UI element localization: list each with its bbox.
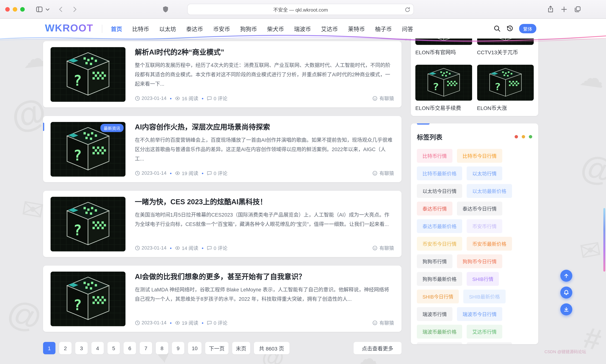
privacy-shield-icon[interactable] [162, 6, 169, 13]
notifications-button[interactable] [560, 286, 572, 299]
nav-item-7[interactable]: 瑞波币 [294, 25, 311, 33]
tag-pill-10[interactable]: 币安币今日行情 [417, 237, 462, 251]
tag-pill-6[interactable]: 泰达币行情 [417, 202, 453, 216]
article-thumbnail[interactable]: ? 最新资讯 [51, 122, 125, 177]
tag-pill-18[interactable]: 瑞波币行情 [417, 307, 453, 321]
page-button-10[interactable]: 10 [188, 342, 201, 354]
search-icon[interactable] [494, 25, 501, 32]
sidebar-article[interactable]: ? ELON币大涨 [477, 65, 534, 112]
article-card[interactable]: ? 一睹为快，CES 2023上的炫酷AI黑科技！ 在美国当地时间1月5日拉开帷… [43, 191, 401, 257]
page-button-2[interactable]: 2 [59, 342, 71, 354]
tag-pill-21[interactable]: 艾达币行情 [467, 325, 502, 338]
article-author[interactable]: 有聊猿 [372, 319, 394, 326]
sidebar-article-thumbnail[interactable]: ? [477, 65, 534, 101]
article-thumbnail[interactable]: ? [51, 272, 125, 326]
scrollbar-thumb[interactable] [603, 208, 605, 272]
tag-pill-17[interactable]: SHIB最新价格 [464, 289, 506, 303]
theme-toggle-icon[interactable] [506, 25, 513, 32]
language-toggle-button[interactable]: 繁体 [519, 24, 536, 33]
tag-pill-0[interactable]: 比特币行情 [417, 149, 453, 163]
share-icon[interactable] [547, 6, 554, 13]
nav-item-4[interactable]: 币安币 [213, 25, 230, 33]
page-button-3[interactable]: 3 [75, 342, 88, 354]
article-title[interactable]: AI会做的比我们想象的更多，甚至开始有了自我意识？ [135, 272, 394, 282]
back-button[interactable] [57, 6, 65, 13]
page-button-9[interactable]: 9 [172, 342, 184, 354]
new-tab-icon[interactable] [560, 6, 568, 13]
tag-pill-22[interactable]: 艾达币今日行情 [417, 342, 462, 344]
tag-pill-14[interactable]: 狗狗币最新价格 [417, 272, 462, 286]
tag-pill-2[interactable]: 比特币最新价格 [417, 167, 462, 180]
nav-item-1[interactable]: 比特币 [132, 25, 149, 33]
tag-pill-7[interactable]: 泰达币今日行情 [457, 202, 502, 216]
address-bar[interactable]: 不安全 — qkl.wkroot.com [187, 4, 414, 15]
sidebar-article[interactable]: ? ELON币交易手续费 [415, 65, 472, 112]
article-card[interactable]: ? AI会做的比我们想象的更多，甚至开始有了自我意识？ 在测试 LaMDA 神经… [43, 266, 401, 332]
comment-count[interactable]: 0 评论 [207, 169, 228, 177]
publish-date: 2023-01-14 [135, 245, 166, 251]
tag-pill-13[interactable]: 狗狗币今日行情 [457, 254, 502, 268]
back-to-top-button[interactable] [560, 270, 572, 282]
article-card[interactable]: ? 解析AI时代的2种“商业模式” 整个互联网的发展历程中，经历了4次大的变迁：… [43, 41, 401, 107]
comment-count[interactable]: 0 评论 [207, 319, 228, 326]
tag-pill-16[interactable]: SHIB今日行情 [417, 289, 459, 303]
article-card[interactable]: ? 最新资讯 AI内容创作火热，深层次应用场景尚待探索 在不久前举行的百度营销峰… [43, 116, 401, 182]
nav-item-9[interactable]: 莱特币 [348, 25, 365, 33]
article-thumbnail[interactable]: ? [51, 197, 125, 251]
tag-pill-3[interactable]: 以太坊行情 [467, 167, 502, 180]
window-minimize-button[interactable] [13, 7, 17, 12]
nav-item-3[interactable]: 泰达币 [186, 25, 203, 33]
article-title[interactable]: 一睹为快，CES 2023上的炫酷AI黑科技！ [135, 197, 394, 207]
tag-pill-4[interactable]: 以太坊今日行情 [417, 184, 462, 198]
download-button[interactable] [560, 303, 572, 315]
comment-count[interactable]: 0 评论 [207, 244, 228, 251]
nav-item-6[interactable]: 柴犬币 [267, 25, 284, 33]
tag-pill-19[interactable]: 瑞波币今日行情 [457, 307, 502, 321]
article-title[interactable]: 解析AI时代的2种“商业模式” [135, 48, 394, 57]
page-button-末页[interactable]: 末页 [232, 342, 250, 354]
window-close-button[interactable] [5, 7, 10, 12]
nav-item-0[interactable]: 首页 [111, 25, 122, 33]
sidebar-article-title[interactable]: CCTV13关于兀币 [477, 48, 534, 56]
sidebar-article-title[interactable]: ELON币有官网吗 [415, 48, 472, 56]
load-more-button[interactable]: 点击查看更多 [354, 342, 401, 354]
article-title[interactable]: AI内容创作火热，深层次应用场景尚待探索 [135, 122, 394, 132]
reload-icon[interactable] [404, 7, 411, 13]
article-author[interactable]: 有聊猿 [372, 95, 394, 102]
sidebar-article-title[interactable]: ELON币交易手续费 [415, 104, 472, 112]
window-zoom-button[interactable] [20, 7, 25, 12]
sidebar-article-title[interactable]: ELON币大涨 [477, 104, 534, 112]
article-author[interactable]: 有聊猿 [372, 169, 394, 177]
site-logo[interactable]: WKROOT [45, 23, 93, 34]
nav-item-8[interactable]: 艾达币 [321, 25, 338, 33]
article-author[interactable]: 有聊猿 [372, 244, 394, 251]
sidebar-article-thumbnail[interactable]: ? [415, 65, 472, 101]
page-button-4[interactable]: 4 [91, 342, 104, 354]
page-button-6[interactable]: 6 [124, 342, 136, 354]
page-button-5[interactable]: 5 [108, 342, 120, 354]
comments-icon [207, 320, 212, 325]
page-button-7[interactable]: 7 [140, 342, 152, 354]
forward-button[interactable] [71, 6, 78, 13]
tag-pill-8[interactable]: 泰达币最新价格 [417, 219, 462, 233]
page-button-1[interactable]: 1 [43, 342, 55, 354]
nav-item-5[interactable]: 狗狗币 [240, 25, 257, 33]
tag-pill-15[interactable]: SHIB行情 [467, 272, 499, 286]
chevron-down-icon[interactable] [46, 8, 49, 11]
nav-item-10[interactable]: 柚子币 [375, 25, 392, 33]
article-thumbnail[interactable]: ? [51, 47, 125, 102]
tag-pill-12[interactable]: 狗狗币行情 [417, 254, 453, 268]
page-button-下一页[interactable]: 下一页 [205, 342, 228, 354]
tag-pill-23[interactable]: 艾达币最新价格 [467, 342, 512, 344]
comment-count[interactable]: 0 评论 [207, 95, 228, 102]
nav-item-11[interactable]: 问答 [402, 25, 413, 33]
tag-pill-5[interactable]: 以太坊最新价格 [467, 184, 512, 198]
page-button-8[interactable]: 8 [156, 342, 168, 354]
tag-pill-1[interactable]: 比特币今日行情 [457, 149, 502, 163]
tag-pill-11[interactable]: 币安币最新价格 [467, 237, 512, 251]
sidebar-toggle-icon[interactable] [36, 6, 43, 13]
tag-pill-9[interactable]: 币安币行情 [467, 219, 502, 233]
nav-item-2[interactable]: 以太坊 [159, 25, 176, 33]
tag-pill-20[interactable]: 瑞波币最新价格 [417, 325, 462, 338]
tab-overview-icon[interactable] [574, 6, 581, 13]
